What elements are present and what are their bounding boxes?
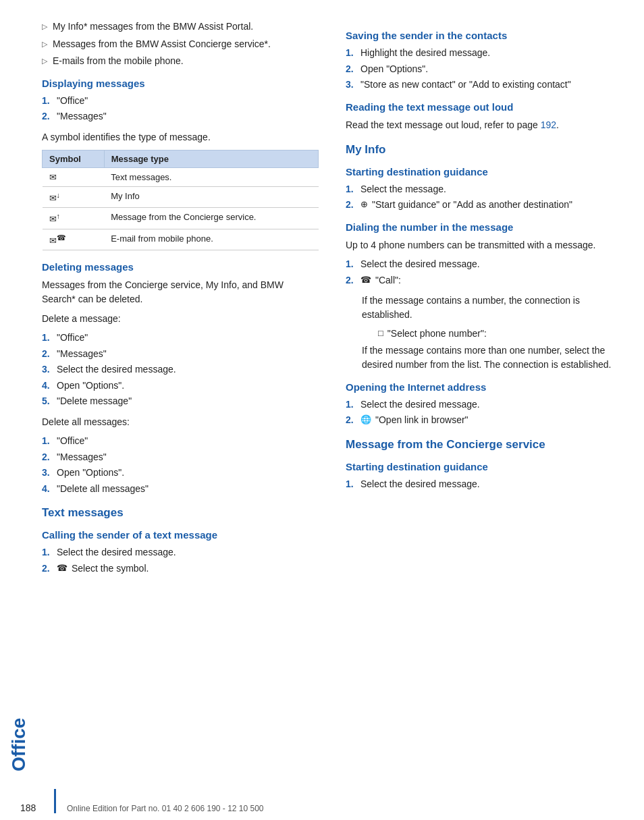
dialing-intro: Up to 4 phone numbers can be transmitted…	[346, 238, 624, 252]
opening-section: Opening the Internet address 1. Select t…	[346, 381, 624, 427]
list-item: 1. Select the message.	[346, 183, 624, 196]
reading-text: Read the text message out loud, refer to…	[346, 118, 624, 132]
left-column: ▷ My Info* messages from the BMW Assist …	[42, 20, 339, 771]
intro-bullet-1: Messages from the BMW Assist Concierge s…	[53, 38, 271, 51]
footer: 188 Online Edition for Part no. 01 40 2 …	[0, 778, 644, 820]
reading-page-link[interactable]: 192	[541, 119, 556, 130]
intro-bullet-0: My Info* messages from the BMW Assist Po…	[53, 20, 253, 34]
list-item: 1. Highlight the desired message.	[346, 47, 624, 60]
intro-bullet-2: E-mails from the mobile phone.	[53, 55, 184, 68]
content-area: Office ▷ My Info* messages from the BMW …	[0, 0, 644, 778]
list-item: 1. "Office"	[42, 94, 319, 108]
symbol-cell: ✉	[43, 167, 105, 186]
list-item: 2. "Messages"	[42, 348, 319, 361]
nav-icon: ⊕	[360, 198, 368, 211]
my-info-section: My Info	[346, 143, 624, 157]
table-intro-text: A symbol identifies the type of message.	[42, 130, 319, 144]
list-item: 4. "Delete all messages"	[42, 483, 319, 496]
list-item: 2. "Messages"	[42, 110, 319, 124]
list-item: 3. Open "Options".	[42, 466, 319, 480]
list-item: 1. "Office"	[42, 435, 319, 448]
delete-all-label: Delete all messages:	[42, 415, 319, 429]
square-icon: □	[378, 327, 383, 339]
deleting-intro: Messages from the Concierge service, My …	[42, 278, 319, 306]
dialing-note-1: If the message contains a number, the co…	[362, 294, 624, 372]
concierge-heading: Message from the Concierge service	[346, 438, 624, 452]
deleting-messages-section: Deleting messages Messages from the Conc…	[42, 261, 319, 495]
list-item: ▷ E-mails from the mobile phone.	[42, 55, 319, 68]
call-icon: ☎	[360, 274, 371, 286]
step-1: "Office"	[57, 94, 88, 108]
list-item: 3. Select the desired message.	[42, 363, 319, 377]
list-item: 1. Select the desired message.	[346, 398, 624, 412]
list-item: 2. 🌐 "Open link in browser"	[346, 414, 624, 427]
footer-text: Online Edition for Part no. 01 40 2 606 …	[67, 804, 264, 813]
list-item: 1. Select the desired message.	[346, 478, 624, 491]
deleting-messages-heading: Deleting messages	[42, 261, 319, 273]
concierge-section: Message from the Concierge service Start…	[346, 438, 624, 491]
saving-steps: 1. Highlight the desired message. 2. Ope…	[346, 47, 624, 92]
starting-dest-steps: 1. Select the message. 2. ⊕ "Start guida…	[346, 183, 624, 212]
main-content: ▷ My Info* messages from the BMW Assist …	[35, 13, 644, 778]
right-column: Saving the sender in the contacts 1. Hig…	[339, 20, 624, 771]
bullet-icon: ▷	[42, 56, 47, 66]
col-symbol-header: Symbol	[43, 150, 105, 167]
list-item: 1. Select the desired message.	[42, 546, 319, 559]
list-item: 1. Select the desired message.	[346, 258, 624, 271]
list-item: 2. ☎ Select the symbol.	[42, 562, 319, 576]
text-messages-heading: Text messages	[42, 506, 319, 520]
saving-heading: Saving the sender in the contacts	[346, 30, 624, 41]
reading-section: Reading the text message out loud Read t…	[346, 101, 624, 132]
delete-all-steps: 1. "Office" 2. "Messages" 3. Open "Optio…	[42, 435, 319, 495]
list-item: 2. ⊕ "Start guidance" or "Add as another…	[346, 198, 624, 212]
symbol-cell: ✉↑	[43, 208, 105, 229]
type-cell: My Info	[104, 186, 318, 207]
delete-one-label: Delete a message:	[42, 312, 319, 326]
delete-one-steps: 1. "Office" 2. "Messages" 3. Select the …	[42, 331, 319, 408]
dialing-section: Dialing the number in the message Up to …	[346, 221, 624, 372]
list-item: 3. "Store as new contact" or "Add to exi…	[346, 78, 624, 92]
bullet-icon: ▷	[42, 22, 47, 32]
table-row: ✉↑ Message from the Concierge service.	[43, 208, 319, 229]
list-item: 2. "Messages"	[42, 451, 319, 464]
page-number: 188	[20, 802, 54, 813]
globe-icon: 🌐	[360, 414, 371, 426]
symbol-cell: ✉☎	[43, 229, 105, 250]
starting-dest-heading: Starting destination guidance	[346, 166, 624, 177]
footer-divider	[54, 789, 56, 813]
type-cell: E-mail from mobile phone.	[104, 229, 318, 250]
displaying-steps-list: 1. "Office" 2. "Messages"	[42, 94, 319, 124]
page: Office ▷ My Info* messages from the BMW …	[0, 0, 644, 820]
list-item: 2. ☎ "Call":	[346, 274, 624, 288]
concierge-dest-steps: 1. Select the desired message.	[346, 478, 624, 491]
saving-section: Saving the sender in the contacts 1. Hig…	[346, 30, 624, 92]
calling-steps: 1. Select the desired message. 2. ☎ Sele…	[42, 546, 319, 575]
my-info-heading: My Info	[346, 143, 624, 157]
symbol-cell: ✉↓	[43, 186, 105, 207]
displaying-messages-heading: Displaying messages	[42, 78, 319, 89]
list-item: 2. Open "Options".	[346, 63, 624, 76]
text-messages-section: Text messages Calling the sender of a te…	[42, 506, 319, 575]
starting-dest-section: Starting destination guidance 1. Select …	[346, 166, 624, 212]
list-item: 1. "Office"	[42, 331, 319, 345]
intro-bullet-list: ▷ My Info* messages from the BMW Assist …	[42, 20, 319, 68]
opening-steps: 1. Select the desired message. 2. 🌐 "Ope…	[346, 398, 624, 427]
displaying-messages-section: Displaying messages 1. "Office" 2. "Mess…	[42, 78, 319, 250]
opening-heading: Opening the Internet address	[346, 381, 624, 393]
col-type-header: Message type	[104, 150, 318, 167]
step-2: "Messages"	[57, 110, 107, 124]
concierge-dest-heading: Starting destination guidance	[346, 461, 624, 472]
type-cell: Message from the Concierge service.	[104, 208, 318, 229]
phone-icon: ☎	[57, 562, 68, 574]
list-item: ▷ Messages from the BMW Assist Concierge…	[42, 38, 319, 51]
calling-heading: Calling the sender of a text message	[42, 529, 319, 541]
list-item: ▷ My Info* messages from the BMW Assist …	[42, 20, 319, 34]
list-item: 5. "Delete message"	[42, 395, 319, 408]
dialing-heading: Dialing the number in the message	[346, 221, 624, 233]
select-phone-item: □ "Select phone number":	[378, 327, 624, 341]
symbol-table: Symbol Message type ✉ Text messages. ✉↓	[42, 150, 319, 250]
side-label: Office	[0, 13, 35, 778]
bullet-icon: ▷	[42, 39, 47, 49]
list-item: 4. Open "Options".	[42, 379, 319, 393]
reading-heading: Reading the text message out loud	[346, 101, 624, 113]
